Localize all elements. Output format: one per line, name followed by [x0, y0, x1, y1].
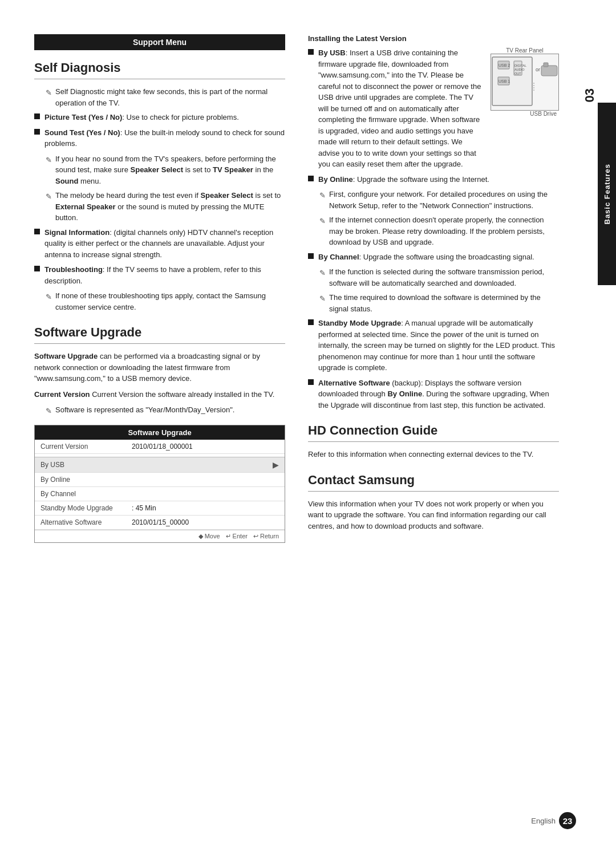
sw-label-standby: Standby Mode Upgrade: [40, 504, 132, 512]
standby-upgrade-text: Standby Mode Upgrade: A manual upgrade w…: [318, 318, 559, 374]
troubleshoot-sub1: ✎ If none of these troubleshooting tips …: [46, 290, 285, 313]
sw-label-current: Current Version: [40, 443, 132, 451]
pencil-icon-t1: ✎: [46, 291, 52, 303]
sw-label-online: By Online: [40, 476, 132, 484]
self-diagnosis-title: Self Diagnosis: [34, 60, 285, 79]
support-menu-header: Support Menu: [34, 34, 285, 50]
sw-row-standby[interactable]: Standby Mode Upgrade : 45 Min: [35, 501, 285, 516]
bullet-square-3: [34, 229, 40, 234]
svg-text:OUT: OUT: [514, 72, 521, 75]
contact-samsung-title: Contact Samsung: [308, 473, 559, 492]
channel-sub2: ✎ The time required to download the soft…: [319, 292, 559, 314]
by-usb-bullet: By USB: Insert a USB drive containing th…: [308, 47, 483, 170]
bullet-square-1: [34, 113, 40, 119]
svg-text:USB 1: USB 1: [499, 79, 510, 83]
sw-intro2: Current Version Current Version the soft…: [34, 389, 285, 400]
troubleshooting-text: Troubleshooting: If the TV seems to have…: [44, 264, 285, 286]
troubleshoot-sub1-text: If none of these troubleshooting tips ap…: [55, 290, 285, 313]
by-channel-label: By Channel: [318, 253, 359, 261]
sw-cv-text: Current Version the software already ins…: [92, 390, 274, 399]
online-sub2-text: If the internet connection doesn't opera…: [329, 214, 559, 248]
sw-footer-return: ↩ Return: [253, 533, 279, 540]
installing-title: Installing the Latest Version: [308, 34, 559, 43]
pencil-icon-c2: ✎: [319, 293, 326, 305]
sw-version-format: ✎ Software is represented as "Year/Month…: [46, 404, 285, 417]
standby-upgrade-bullet: Standby Mode Upgrade: A manual upgrade w…: [308, 318, 559, 374]
sw-value-current: 2010/01/18_000001: [132, 443, 279, 451]
sound-sub1-text: If you hear no sound from the TV's speak…: [55, 153, 285, 187]
sw-footer-move: ◆ Move: [198, 533, 220, 540]
picture-test-text: Picture Test (Yes / No): Use to check fo…: [44, 112, 285, 123]
left-column: Support Menu Self Diagnosis ✎ Self Diagn…: [34, 34, 285, 818]
sound-test-text: Sound Test (Yes / No): Use the built-in …: [44, 127, 285, 149]
troubleshooting-bullet: Troubleshooting: If the TV seems to have…: [34, 264, 285, 286]
sw-arrow-usb: ▶: [273, 460, 279, 469]
bullet-square-alt: [308, 379, 314, 385]
bullet-square-2: [34, 129, 40, 135]
by-channel-text: By Channel: Upgrade the software using t…: [318, 251, 559, 263]
self-diagnosis-intro-bullet: ✎ Self Diagnostic might take few seconds…: [46, 86, 285, 108]
software-upgrade-table: Software Upgrade Current Version 2010/01…: [34, 425, 285, 543]
alt-software-label: Alternative Software: [318, 379, 390, 387]
sw-intro1-bold: Software Upgrade: [34, 352, 98, 360]
alt-by-online: By Online: [387, 390, 422, 398]
hd-connection-title: HD Connection Guide: [308, 423, 559, 442]
software-upgrade-section: Software Upgrade Software Upgrade can be…: [34, 325, 285, 543]
picture-test-bullet: Picture Test (Yes / No): Use to check fo…: [34, 112, 285, 123]
sw-label-alt: Alternative Software: [40, 518, 132, 526]
online-sub1-text: First, configure your network. For detai…: [329, 189, 559, 211]
sw-cv-label: Current Version: [34, 390, 90, 399]
sw-row-by-channel[interactable]: By Channel: [35, 487, 285, 501]
software-upgrade-title: Software Upgrade: [34, 325, 285, 344]
sw-row-by-online[interactable]: By Online: [35, 473, 285, 487]
self-diagnosis-section: Self Diagnosis ✎ Self Diagnostic might t…: [34, 60, 285, 313]
bullet-square-channel: [308, 253, 314, 259]
sw-row-alt-software[interactable]: Alternative Software 2010/01/15_00000: [35, 516, 285, 530]
standby-upgrade-label: Standby Mode Upgrade: [318, 319, 401, 327]
pencil-icon-sw: ✎: [46, 405, 52, 417]
sw-value-standby: : 45 Min: [132, 504, 279, 512]
sw-row-by-usb[interactable]: By USB ▶: [35, 457, 285, 473]
svg-text:DIGITAL: DIGITAL: [514, 64, 526, 67]
bullet-square-4: [34, 266, 40, 271]
troubleshooting-label: Troubleshooting: [44, 265, 103, 274]
by-online-label: By Online: [318, 175, 353, 184]
online-sub2: ✎ If the internet connection doesn't ope…: [319, 214, 559, 248]
hd-connection-section: HD Connection Guide Refer to this inform…: [308, 423, 559, 460]
bullet-square-standby: [308, 319, 314, 325]
page-footer: English 23: [531, 812, 576, 829]
right-column: Installing the Latest Version TV Rear Pa…: [308, 34, 582, 818]
sw-row-current-version: Current Version 2010/01/18_000001: [35, 440, 285, 454]
installing-section: Installing the Latest Version TV Rear Pa…: [308, 34, 559, 411]
picture-test-label: Picture Test (Yes / No): [44, 113, 122, 121]
contact-samsung-text: View this information when your TV does …: [308, 498, 559, 532]
hd-connection-text: Refer to this information when connectin…: [308, 449, 559, 460]
alt-software-text: Alternative Software (backup): Displays …: [318, 378, 559, 411]
page-language: English: [531, 817, 556, 825]
sound-sub2: ✎ The melody be heard during the test ev…: [46, 190, 285, 224]
sound-sub1: ✎ If you hear no sound from the TV's spe…: [46, 153, 285, 187]
svg-rect-10: [541, 66, 557, 76]
tv-rear-panel-label: TV Rear Panel: [491, 47, 559, 54]
signal-info-text: Signal Information: (digital channels on…: [44, 227, 285, 261]
channel-sub1: ✎ If the function is selected during the…: [319, 266, 559, 289]
sound-test-label: Sound Test (Yes / No): [44, 128, 120, 137]
by-online-text: By Online: Upgrade the software using th…: [318, 174, 559, 185]
chapter-tab: Basic Features: [598, 103, 616, 285]
svg-text:or: or: [536, 67, 540, 72]
online-sub1: ✎ First, configure your network. For det…: [319, 189, 559, 211]
sw-intro1: Software Upgrade can be performed via a …: [34, 351, 285, 384]
pencil-icon-intro: ✎: [46, 87, 52, 99]
main-columns: Support Menu Self Diagnosis ✎ Self Diagn…: [34, 34, 582, 818]
tv-diagram-area: TV Rear Panel USB 2 USB 1: [491, 47, 559, 117]
pencil-icon-o2: ✎: [319, 216, 326, 227]
svg-text:USB 2: USB 2: [499, 63, 510, 67]
bullet-square-online: [308, 176, 314, 181]
sw-label-channel: By Channel: [40, 490, 132, 498]
by-online-bullet: By Online: Upgrade the software using th…: [308, 174, 559, 185]
signal-info-label: Signal Information: [44, 228, 110, 237]
chapter-number: 03: [582, 88, 597, 102]
sound-test-bullet: Sound Test (Yes / No): Use the built-in …: [34, 127, 285, 149]
sw-footer-enter: ↵ Enter: [226, 533, 248, 540]
sw-table-footer: ◆ Move ↵ Enter ↩ Return: [35, 530, 285, 542]
